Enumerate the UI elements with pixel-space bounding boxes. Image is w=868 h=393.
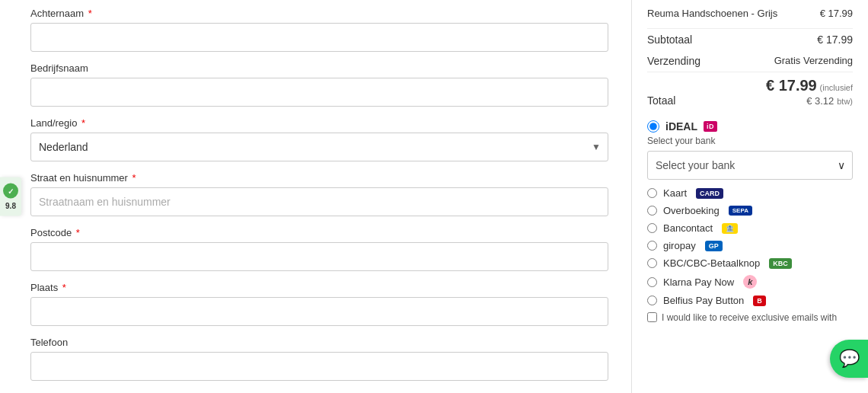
whatsapp-icon: 💬: [839, 349, 860, 369]
land-select[interactable]: Nederland: [30, 133, 608, 161]
ideal-logo: iD: [704, 121, 717, 132]
land-select-wrapper: Nederland ▼: [30, 133, 608, 161]
telefoon-group: Telefoon: [30, 337, 608, 381]
order-panel: Reuma Handschoenen - Grijs € 17.99 Subto…: [632, 0, 868, 393]
bedrijfsnaam-group: Bedrijfsnaam: [30, 62, 608, 107]
total-label: Totaal: [647, 94, 675, 107]
method-overboeking-radio[interactable]: [647, 206, 657, 216]
item-price: € 17.99: [820, 8, 853, 19]
method-klarna-badge: k: [743, 275, 757, 289]
total-row: Totaal € 17.99 (inclusief € 3.12 btw): [647, 77, 853, 111]
subtotal-label: Subtotaal: [647, 34, 692, 46]
straat-input[interactable]: [30, 187, 608, 216]
method-belfius-radio[interactable]: [647, 296, 657, 305]
email-checkbox-label: I would like to receive exclusive emails…: [662, 312, 837, 323]
method-kaart-radio[interactable]: [647, 188, 657, 198]
method-bancontact: Bancontact 🏦: [647, 222, 853, 234]
total-main: € 17.99: [766, 77, 817, 94]
total-incl: (inclusief: [820, 83, 853, 92]
method-giropay: giropay GP: [647, 240, 853, 251]
method-bancontact-radio[interactable]: [647, 223, 657, 233]
kiyoh-icon: ✓: [3, 184, 18, 199]
method-giropay-radio[interactable]: [647, 241, 657, 251]
postcode-input[interactable]: [30, 242, 608, 271]
plaats-input[interactable]: [30, 297, 608, 326]
item-name: Reuma Handschoenen - Grijs: [647, 8, 777, 19]
method-kaart: Kaart CARD: [647, 187, 853, 199]
payment-methods-list: Kaart CARD Overboeking SEPA Bancontact 🏦…: [647, 187, 853, 306]
method-kbc-name: KBC/CBC-Betaalknop: [663, 257, 760, 269]
subtotal-row: Subtotaal € 17.99: [647, 28, 853, 50]
bedrijfsnaam-label: Bedrijfsnaam: [30, 62, 608, 74]
straat-group: Straat en huisnummer *: [30, 172, 608, 216]
method-overboeking-name: Overboeking: [663, 205, 720, 216]
method-belfius-badge: B: [753, 296, 766, 306]
method-kaart-name: Kaart: [663, 187, 687, 199]
method-klarna-radio[interactable]: [647, 277, 657, 287]
bedrijfsnaam-input[interactable]: [30, 78, 608, 107]
ideal-radio[interactable]: [647, 120, 659, 133]
shipping-row: Verzending Gratis Verzending: [647, 55, 853, 72]
plaats-group: Plaats *: [30, 282, 608, 326]
total-btw-label: btw): [837, 97, 853, 106]
kiyoh-score: 9.8: [5, 202, 16, 210]
telefoon-input[interactable]: [30, 352, 608, 381]
method-klarna: Klarna Pay Now k: [647, 275, 853, 289]
method-klarna-name: Klarna Pay Now: [663, 276, 734, 288]
achternaam-input[interactable]: [30, 23, 608, 52]
plaats-label: Plaats *: [30, 282, 608, 293]
method-giropay-name: giropay: [663, 240, 696, 251]
bank-select[interactable]: Select your bank: [647, 151, 853, 180]
total-values: € 17.99 (inclusief € 3.12 btw): [766, 77, 853, 107]
method-kaart-badge: CARD: [696, 188, 723, 199]
bank-select-wrapper: Select your bank ∨: [647, 151, 853, 180]
method-kbc: KBC/CBC-Betaalknop KBC: [647, 257, 853, 269]
straat-label: Straat en huisnummer *: [30, 172, 608, 184]
postcode-group: Postcode *: [30, 227, 608, 271]
select-bank-label: Select your bank: [647, 136, 853, 146]
method-overboeking-badge: SEPA: [729, 206, 752, 216]
telefoon-label: Telefoon: [30, 337, 608, 348]
shipping-label: Verzending: [647, 55, 700, 67]
achternaam-label: Achternaam *: [30, 8, 608, 19]
land-group: Land/regio * Nederland ▼: [30, 117, 608, 161]
form-panel: Achternaam * Bedrijfsnaam Land/regio * N…: [0, 0, 632, 393]
kiyoh-badge[interactable]: ✓ 9.8: [0, 177, 21, 216]
method-kbc-badge: KBC: [769, 258, 792, 269]
shipping-value: Gratis Verzending: [774, 55, 853, 67]
ideal-option: iDEAL iD: [647, 120, 853, 133]
method-belfius-name: Belfius Pay Button: [663, 295, 744, 306]
subtotal-value: € 17.99: [817, 34, 853, 46]
method-bancontact-name: Bancontact: [663, 222, 713, 234]
total-btw: € 3.12: [806, 95, 834, 107]
achternaam-group: Achternaam *: [30, 8, 608, 52]
email-checkbox-row: I would like to receive exclusive emails…: [647, 312, 853, 323]
whatsapp-button[interactable]: 💬: [830, 340, 868, 378]
ideal-label: iDEAL: [665, 120, 697, 133]
method-kbc-radio[interactable]: [647, 258, 657, 268]
method-bancontact-badge: 🏦: [722, 223, 738, 234]
postcode-label: Postcode *: [30, 227, 608, 238]
order-item: Reuma Handschoenen - Grijs € 17.99: [647, 8, 853, 19]
method-giropay-badge: GP: [705, 241, 723, 251]
land-label: Land/regio *: [30, 117, 608, 129]
method-overboeking: Overboeking SEPA: [647, 205, 853, 216]
email-checkbox[interactable]: [647, 312, 657, 322]
method-belfius: Belfius Pay Button B: [647, 295, 853, 306]
